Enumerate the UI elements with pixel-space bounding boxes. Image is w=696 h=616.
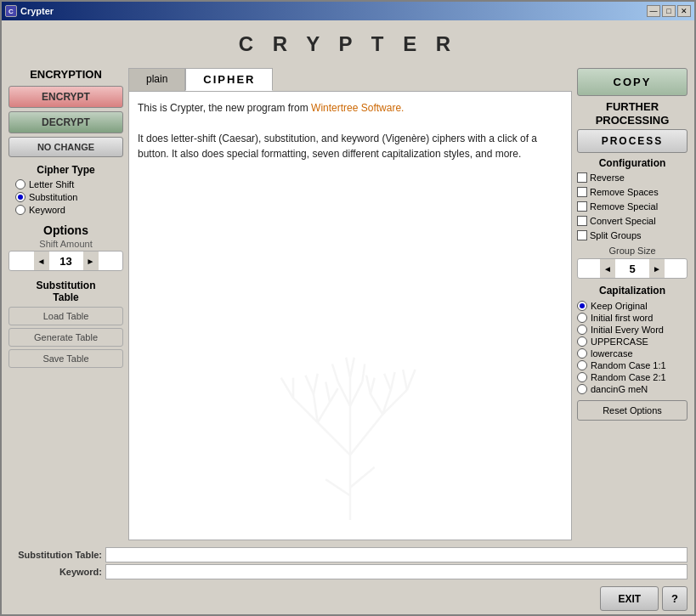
checkbox-reverse[interactable]	[577, 172, 587, 183]
svg-line-11	[371, 394, 382, 415]
radio-substitution[interactable]: Substitution	[15, 192, 123, 202]
exit-button[interactable]: EXIT	[600, 586, 659, 611]
cap-radio-keep-original-circle[interactable]	[577, 301, 587, 311]
minimize-button[interactable]: —	[647, 5, 660, 17]
svg-line-19	[325, 381, 330, 402]
check-reverse: Reverse	[577, 172, 688, 184]
cap-radio-lowercase-circle[interactable]	[577, 348, 587, 359]
exit-bar: EXIT ?	[2, 583, 694, 614]
svg-line-30	[362, 364, 365, 381]
cipher-type-radios: Letter Shift Substitution Keyword	[8, 179, 123, 215]
checkbox-remove-special[interactable]	[577, 201, 587, 212]
checkbox-convert-special[interactable]	[577, 216, 587, 226]
encrypt-button[interactable]: ENCRYPT	[8, 86, 123, 108]
load-table-button[interactable]: Load Table	[8, 307, 123, 325]
app-icon: C	[5, 5, 17, 17]
subst-table-input[interactable]	[105, 547, 688, 562]
checkbox-split-groups[interactable]	[577, 230, 587, 240]
left-panel: ENCRYPTION ENCRYPT DECRYPT NO CHANGE Cip…	[8, 68, 123, 540]
radio-keyword-circle[interactable]	[15, 205, 25, 215]
tab-plain[interactable]: plain	[128, 68, 185, 91]
svg-line-8	[318, 402, 330, 422]
check-split-groups: Split Groups	[577, 229, 688, 241]
radio-substitution-label: Substitution	[29, 192, 77, 202]
svg-line-1	[325, 479, 350, 495]
svg-line-14	[350, 381, 362, 406]
cipher-type-label: Cipher Type	[8, 164, 123, 176]
cap-radio-random11[interactable]: Random Case 1:1	[577, 360, 688, 370]
cap-radio-keep-original[interactable]: Keep Original	[577, 301, 688, 311]
cap-random21-label: Random Case 2:1	[591, 372, 666, 382]
svg-line-27	[332, 364, 338, 381]
decrypt-button[interactable]: DECRYPT	[8, 111, 123, 133]
svg-line-20	[330, 388, 338, 402]
capitalization-radios: Keep Original Initial first word Initial…	[577, 301, 688, 394]
cap-radio-random21-circle[interactable]	[577, 372, 587, 382]
svg-line-29	[350, 358, 354, 378]
cap-radio-random11-circle[interactable]	[577, 360, 587, 370]
text-area-container: This is Crypter, the new program from Wi…	[128, 91, 572, 540]
check-split-groups-label: Split Groups	[590, 230, 642, 240]
group-size-decrement-button[interactable]: ◄	[600, 259, 615, 278]
generate-table-button[interactable]: Generate Table	[8, 328, 123, 347]
svg-line-10	[382, 390, 391, 415]
radio-letter-shift-circle[interactable]	[15, 179, 25, 189]
cap-radio-lowercase[interactable]: lowercase	[577, 348, 688, 359]
process-button[interactable]: PROCESS	[577, 129, 688, 153]
copy-button[interactable]: COPY	[577, 68, 688, 96]
svg-line-21	[407, 370, 416, 390]
svg-line-12	[338, 381, 350, 406]
check-convert-special: Convert Special	[577, 215, 688, 227]
text-content: This is Crypter, the new program from Wi…	[129, 92, 571, 170]
svg-line-26	[371, 378, 375, 394]
reset-options-button[interactable]: Reset Options	[577, 400, 688, 421]
radio-letter-shift-label: Letter Shift	[29, 179, 74, 189]
keyword-label: Keyword:	[8, 567, 102, 577]
svg-line-25	[366, 376, 371, 394]
substitution-table-row: Substitution Table:	[8, 547, 688, 562]
cap-random11-label: Random Case 1:1	[591, 360, 666, 370]
further-processing-label: FURTHERPROCESSING	[577, 100, 688, 127]
watermark-tree	[265, 333, 435, 523]
svg-line-15	[281, 378, 293, 398]
svg-line-23	[391, 372, 395, 390]
tab-cipher[interactable]: CIPHER	[185, 68, 273, 91]
shift-decrement-button[interactable]: ◄	[34, 251, 49, 270]
shift-value-input[interactable]	[49, 255, 83, 268]
save-table-button[interactable]: Save Table	[8, 349, 123, 368]
options-label: Options	[8, 223, 123, 237]
options-section: Options Shift Amount ◄ ►	[8, 223, 123, 271]
close-button[interactable]: ✕	[677, 5, 691, 17]
maximize-button[interactable]: □	[662, 5, 676, 17]
cap-radio-dancing-circle[interactable]	[577, 384, 587, 394]
capitalization-label: Capitalization	[577, 285, 688, 297]
keyword-input[interactable]	[105, 564, 688, 579]
nochange-button[interactable]: NO CHANGE	[8, 137, 123, 157]
group-size-value-input[interactable]	[615, 263, 649, 275]
app-title: C R Y P T E R	[2, 20, 694, 65]
cap-radio-initial-every-circle[interactable]	[577, 325, 587, 335]
radio-substitution-circle[interactable]	[15, 192, 25, 202]
group-size-increment-button[interactable]: ►	[649, 259, 665, 278]
cap-radio-dancing[interactable]: dancinG meN	[577, 384, 688, 394]
check-convert-special-label: Convert Special	[590, 216, 656, 226]
cap-radio-uppercase[interactable]: UPPERCASE	[577, 336, 688, 347]
radio-keyword[interactable]: Keyword	[15, 205, 123, 215]
shift-amount-label: Shift Amount	[8, 239, 123, 249]
shift-stepper: ◄ ►	[8, 251, 123, 271]
checkbox-remove-spaces[interactable]	[577, 187, 587, 197]
configuration-label: Configuration	[577, 157, 688, 169]
svg-line-28	[346, 358, 350, 378]
shift-increment-button[interactable]: ►	[83, 251, 99, 270]
cap-radio-initial-first-circle[interactable]	[577, 313, 587, 323]
cap-radio-initial-every[interactable]: Initial Every Word	[577, 325, 688, 335]
keyword-row: Keyword:	[8, 564, 688, 579]
cap-radio-random21[interactable]: Random Case 2:1	[577, 372, 688, 382]
help-button[interactable]: ?	[662, 586, 688, 611]
cap-radio-uppercase-circle[interactable]	[577, 336, 587, 347]
cap-radio-initial-first[interactable]: Initial first word	[577, 313, 688, 323]
cap-initial-first-label: Initial first word	[591, 313, 653, 323]
window-controls: — □ ✕	[647, 5, 691, 17]
radio-letter-shift[interactable]: Letter Shift	[15, 179, 123, 189]
svg-line-22	[403, 370, 407, 390]
